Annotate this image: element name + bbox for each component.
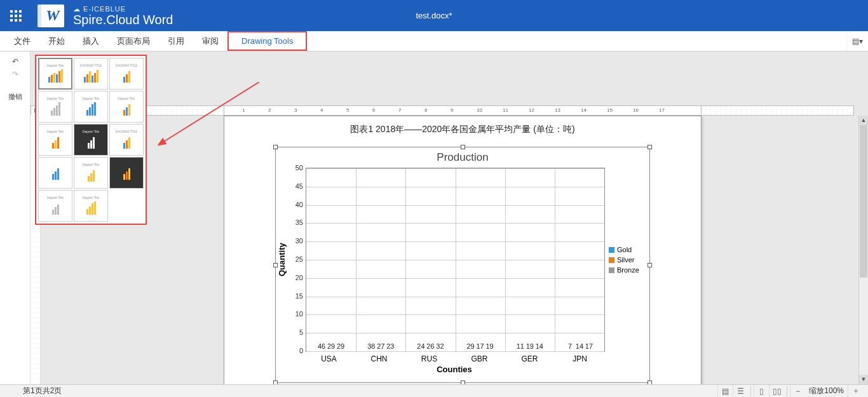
legend-item: Bronze [609, 266, 649, 274]
bar-value: 29 [466, 342, 474, 350]
ruler-tick: 16 [633, 107, 639, 113]
bar-value: 46 [318, 342, 325, 350]
x-tick: GBR [454, 352, 505, 363]
page-indicator: 第1页共2页 [23, 386, 62, 396]
scroll-up-icon[interactable]: ▲ [859, 116, 868, 125]
chart-style-thumb[interactable]: Diagram Title [38, 58, 72, 90]
y-tick: 45 [295, 182, 303, 190]
bar-value: 27 [377, 342, 384, 350]
menu-insert[interactable]: 插入 [74, 31, 108, 51]
ruler-tick: 14 [581, 107, 587, 113]
x-tick: GER [505, 352, 555, 363]
quick-toolbar: ↶ ↷ 撤销 [0, 51, 31, 384]
chart-style-thumb[interactable]: Diagram Title [38, 91, 72, 123]
brand-big: Spire.Cloud Word [73, 13, 173, 26]
chart-style-thumb[interactable]: DIAGRAM TITLE [74, 58, 108, 90]
document-title: test.docx* [416, 11, 452, 20]
chart-style-thumb[interactable]: Diagram Title [74, 190, 108, 222]
chart-style-thumb[interactable]: DIAGRAM TITLE [109, 124, 144, 156]
view-mode-read-icon[interactable]: ☰ [733, 385, 748, 398]
menu-drawing-tools[interactable]: Drawing Tools [227, 31, 307, 51]
menu-home[interactable]: 开始 [39, 31, 74, 51]
menu-references[interactable]: 引用 [159, 31, 193, 51]
y-axis: 05101520253035404550 [288, 168, 306, 352]
legend-label: Gold [617, 246, 632, 253]
view-mode-two-page-icon[interactable]: ▯▯ [769, 385, 784, 398]
y-tick: 40 [295, 201, 303, 208]
document-canvas[interactable]: Diagram Title DIAGRAM TITLE DIAGRAM TITL… [31, 51, 868, 384]
chart-style-thumb[interactable]: Diagram Title [74, 157, 108, 189]
bar-value: 24 [417, 342, 424, 350]
ruler-tick: 5 [346, 107, 349, 113]
bar-value: 14 [576, 342, 583, 350]
chart-style-thumb[interactable]: Diagram Title [38, 190, 72, 222]
undo-label: 撤销 [0, 92, 30, 102]
word-app-icon: W [37, 4, 64, 27]
menu-review[interactable]: 审阅 [193, 31, 227, 51]
y-tick: 35 [295, 219, 303, 226]
view-mode-print-icon[interactable]: ▤ [717, 385, 733, 398]
y-tick: 30 [295, 237, 303, 245]
bar-value: 14 [536, 342, 543, 350]
chart-style-thumb[interactable]: DIAGRAM TITLE [109, 58, 144, 90]
x-tick: USA [304, 352, 354, 363]
legend-label: Silver [617, 256, 635, 264]
bar-value: 29 [327, 342, 335, 350]
bar-value: 23 [386, 342, 394, 350]
menu-file[interactable]: 文件 [5, 31, 39, 51]
zoom-out-button[interactable]: − [790, 385, 805, 398]
apps-grid-icon[interactable] [0, 0, 31, 31]
bar-value: 29 [337, 342, 344, 350]
menu-layout[interactable]: 页面布局 [108, 31, 159, 51]
chart-style-gallery: Diagram Title DIAGRAM TITLE DIAGRAM TITL… [35, 55, 147, 225]
bar-value: 26 [426, 342, 434, 350]
resize-handle[interactable] [648, 145, 652, 149]
chart-object[interactable]: Production Quantity 05101520253035404550… [275, 147, 650, 383]
chart-style-thumb[interactable]: Diagram Title [74, 91, 108, 123]
chart-style-thumb[interactable]: Diagram Title [109, 91, 144, 123]
chart-style-thumb[interactable] [38, 157, 72, 189]
document-page[interactable]: 图表1 2018年——2020年各国金属年平均产量 (单位：吨) Product… [224, 116, 702, 384]
redo-button[interactable]: ↷ [0, 68, 30, 81]
bar-value: 19 [526, 342, 534, 350]
y-tick: 50 [295, 164, 303, 172]
ruler-tick: 3 [294, 107, 297, 113]
chart-style-thumb[interactable] [109, 157, 144, 189]
resize-handle[interactable] [461, 145, 465, 149]
undo-button[interactable]: ↶ [0, 55, 30, 68]
x-tick: RUS [404, 352, 454, 363]
scroll-down-icon[interactable]: ▼ [859, 375, 868, 384]
bar-value: 11 [517, 342, 524, 350]
resize-handle[interactable] [273, 145, 278, 149]
zoom-level: 缩放100% [809, 386, 844, 396]
chart-style-thumb[interactable]: Diagram Title [74, 124, 108, 156]
view-mode-page-icon[interactable]: ▯ [754, 385, 769, 398]
bar-value: 7 [568, 342, 572, 350]
vertical-scrollbar[interactable]: ▲ ▼ [858, 116, 868, 384]
ruler-tick: 13 [555, 107, 560, 113]
status-bar: 第1页共2页 ▤ ☰ ▯ ▯▯ − 缩放100% ＋ [0, 384, 868, 397]
ruler-tick: 8 [424, 107, 427, 113]
ruler-tick: 12 [529, 107, 534, 113]
zoom-in-button[interactable]: ＋ [848, 385, 863, 398]
title-bar: W ☁ E-ICEBLUE Spire.Cloud Word test.docx… [0, 0, 868, 31]
resize-handle[interactable] [648, 263, 652, 267]
ruler-tick: 1 [242, 107, 245, 113]
ruler-tick: 6 [372, 107, 375, 113]
work-area: ↶ ↷ 撤销 Diagram Title DIAGRAM TITLE DIAGR… [0, 51, 868, 384]
y-tick: 5 [299, 328, 303, 336]
x-tick: CHN [354, 352, 404, 363]
legend-label: Bronze [617, 266, 639, 274]
bar-value: 17 [476, 342, 484, 350]
scrollbar-thumb[interactable] [860, 125, 867, 278]
legend-item: Silver [609, 256, 649, 264]
chart-style-thumb[interactable]: Diagram Title [38, 124, 72, 156]
y-tick: 25 [295, 255, 303, 263]
plot-area: 46292938272324263229171911191471417 [306, 168, 605, 352]
y-tick: 10 [295, 310, 303, 318]
y-tick: 0 [299, 347, 303, 354]
horizontal-ruler[interactable]: 1234567891011121314151617 [224, 105, 702, 116]
bar-value: 32 [436, 342, 444, 350]
ribbon-toggle-icon[interactable]: ▤▾ [846, 31, 868, 51]
chart-plot: Quantity 05101520253035404550 4629293827… [276, 168, 649, 352]
